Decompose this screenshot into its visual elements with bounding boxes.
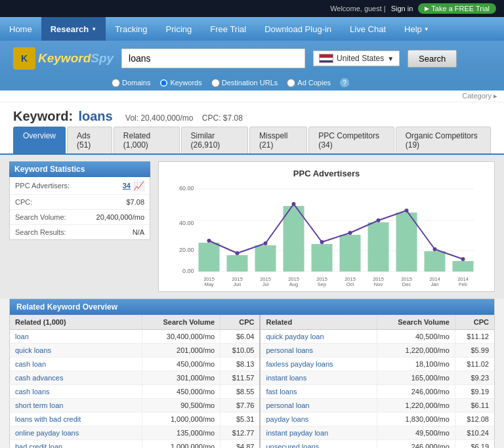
country-selector[interactable]: United States ▼ xyxy=(313,51,400,66)
keyword-link-right[interactable]: instant payday loan xyxy=(266,429,328,437)
tab-ads[interactable]: Ads (51) xyxy=(67,127,112,153)
svg-point-20 xyxy=(264,241,268,245)
keyword-link-right[interactable]: fast loans xyxy=(266,388,297,396)
keyword-link-left[interactable]: short term loan xyxy=(15,401,63,409)
tab-ppc[interactable]: PPC Competitors (34) xyxy=(308,127,394,153)
keyword-link-left[interactable]: loan xyxy=(15,333,29,340)
svg-text:Jun: Jun xyxy=(233,281,241,287)
svg-rect-17 xyxy=(453,261,474,272)
keyword-link-left[interactable]: cash loans xyxy=(15,388,50,396)
keyword-link-left[interactable]: quick loans xyxy=(15,346,51,354)
table-row: cash advances 301,000/mo $11.57 instant … xyxy=(10,371,494,385)
search-bar-area: K KeywordSpy United States ▼ Search xyxy=(0,41,504,76)
stat-cpc: CPC: $7.08 xyxy=(10,195,150,210)
tab-similar[interactable]: Similar (26,910) xyxy=(181,127,248,153)
related-keyword-left: online payday loans xyxy=(10,426,142,440)
svg-rect-11 xyxy=(284,206,304,272)
svg-text:0.00: 0.00 xyxy=(182,268,194,274)
table-row: quick loans 201,000/mo $10.05 personal l… xyxy=(10,344,494,357)
table-row: loan 30,400,000/mo $6.04 quick payday lo… xyxy=(10,330,494,344)
search-input[interactable] xyxy=(121,49,305,68)
nav-home[interactable]: Home xyxy=(0,17,41,41)
main-nav: Home Research ▼ Tracking Pricing Free Tr… xyxy=(0,17,504,41)
keyword-link-right[interactable]: personal loans xyxy=(266,346,313,354)
nav-tracking[interactable]: Tracking xyxy=(106,17,156,41)
nav-research[interactable]: Research ▼ xyxy=(41,17,106,41)
tab-misspell[interactable]: Misspell (21) xyxy=(249,127,307,153)
cpc-left: $8.55 xyxy=(220,385,261,399)
stat-ppc-label: PPC Advertisers: xyxy=(15,182,123,190)
svg-text:60.00: 60.00 xyxy=(179,185,194,192)
volume-left: 90,500/mo xyxy=(142,399,220,413)
tab-overview[interactable]: Overview xyxy=(13,127,66,153)
nav-free-trial[interactable]: Free Trial xyxy=(201,17,255,41)
keyword-link-right[interactable]: faxless payday loans xyxy=(266,360,333,368)
radio-domains[interactable]: Domains xyxy=(112,79,150,87)
stats-box-title: Keyword Statistics xyxy=(9,161,150,177)
tab-organic[interactable]: Organic Competitors (19) xyxy=(396,127,491,153)
nav-pricing[interactable]: Pricing xyxy=(157,17,201,41)
related-keyword-right: payday loans xyxy=(260,413,377,426)
volume-right: 1,830,000/mo xyxy=(377,413,455,426)
keyword-link-right[interactable]: instant loans xyxy=(266,374,306,382)
svg-point-19 xyxy=(236,251,240,255)
svg-text:Nov: Nov xyxy=(374,281,383,287)
volume-left: 135,000/mo xyxy=(142,426,220,440)
radio-destination[interactable]: Destination URLs xyxy=(211,79,278,87)
nav-live-chat[interactable]: Live Chat xyxy=(341,17,395,41)
cpc-right: $10.24 xyxy=(455,426,494,440)
volume-left: 450,000/mo xyxy=(142,357,220,371)
volume-right: 165,000/mo xyxy=(377,371,455,385)
svg-text:20.00: 20.00 xyxy=(179,247,194,253)
svg-rect-10 xyxy=(255,245,276,272)
related-keyword-left: cash loans xyxy=(10,385,142,399)
trend-chart-icon[interactable]: 📈 xyxy=(133,180,144,191)
svg-point-21 xyxy=(292,202,296,206)
nav-download[interactable]: Download Plug-in xyxy=(255,17,341,41)
volume-right: 1,220,000/mo xyxy=(377,344,455,357)
volume-right: 18,100/mo xyxy=(377,357,455,371)
svg-rect-16 xyxy=(425,251,446,272)
svg-point-22 xyxy=(320,240,324,244)
keyword-link-right[interactable]: quick payday loan xyxy=(266,333,324,340)
keyword-prefix: Keyword: xyxy=(13,109,73,123)
related-keyword-left: cash loan xyxy=(10,357,142,371)
stat-ppc-value[interactable]: 34 xyxy=(123,182,131,190)
nav-help[interactable]: Help ▼ xyxy=(395,17,438,41)
cpc-right: $9.23 xyxy=(455,371,494,385)
cpc-left: $8.13 xyxy=(220,357,261,371)
tab-related[interactable]: Related (1,000) xyxy=(114,127,180,153)
stat-results: Search Results: N/A xyxy=(10,225,150,239)
signin-link[interactable]: Sign in xyxy=(391,5,413,12)
cpc-right: $6.19 xyxy=(455,440,494,449)
radio-adcopies[interactable]: Ad Copies xyxy=(287,79,331,87)
volume-right: 49,500/mo xyxy=(377,426,455,440)
related-keyword-right: personal loan xyxy=(260,399,377,413)
radio-keywords[interactable]: Keywords xyxy=(159,79,201,87)
related-keyword-right: unsecured loans xyxy=(260,440,377,449)
related-keyword-right: quick payday loan xyxy=(260,330,377,344)
keyword-link-left[interactable]: loans with bad credit xyxy=(15,415,81,423)
cpc-right: $11.02 xyxy=(455,357,494,371)
stat-cpc-value: $7.08 xyxy=(126,198,144,206)
keyword-link-left[interactable]: online payday loans xyxy=(15,429,79,437)
search-button[interactable]: Search xyxy=(408,50,457,68)
volume-right: 40,500/mo xyxy=(377,330,455,344)
free-trial-button[interactable]: ▶ Take a FREE Trial xyxy=(418,3,496,14)
category-link[interactable]: Category ▸ xyxy=(462,92,497,100)
keyword-link-right[interactable]: unsecured loans xyxy=(266,443,319,448)
help-circle-icon[interactable]: ? xyxy=(340,78,349,87)
keyword-link-left[interactable]: cash advances xyxy=(15,374,63,382)
svg-point-27 xyxy=(461,257,465,261)
keyword-link-right[interactable]: payday loans xyxy=(266,415,308,423)
table-row: bad credit loan 1,000,000/mo $4.87 unsec… xyxy=(10,440,494,449)
keyword-word: loans xyxy=(78,109,112,123)
stat-volume-label: Search Volume: xyxy=(15,213,96,221)
cpc-left: $10.05 xyxy=(220,344,261,357)
keyword-link-left[interactable]: bad credit loan xyxy=(15,443,62,448)
related-table: Related (1,000) Search Volume CPC Relate… xyxy=(10,315,494,448)
keyword-link-right[interactable]: personal loan xyxy=(266,401,309,409)
keyword-link-left[interactable]: cash loan xyxy=(15,360,46,368)
stat-results-value: N/A xyxy=(133,228,144,236)
svg-text:Feb: Feb xyxy=(459,281,467,287)
